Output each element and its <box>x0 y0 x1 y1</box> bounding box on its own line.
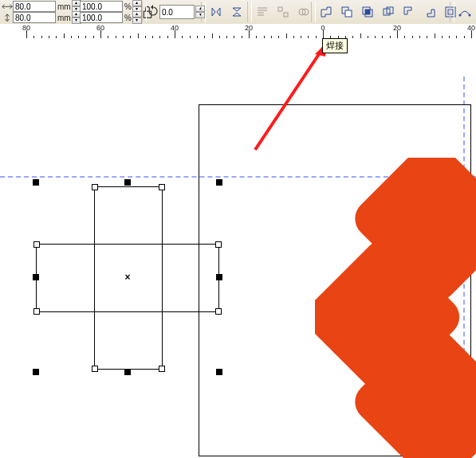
scale-group: % ▴▾ % ▴▾ <box>80 1 142 23</box>
selection-handle[interactable] <box>216 369 222 375</box>
align-distribute-button[interactable] <box>273 2 293 22</box>
height-unit: mm <box>57 14 71 22</box>
svg-rect-1 <box>278 7 282 11</box>
ruler-label: 60 <box>96 24 104 32</box>
page-boundary <box>199 104 471 456</box>
selection-handle[interactable] <box>124 179 131 186</box>
drawing-canvas[interactable]: × <box>0 38 476 458</box>
ruler-label: 20 <box>245 24 253 32</box>
selection-handle[interactable] <box>216 274 222 280</box>
ruler-label: 40 <box>171 24 179 32</box>
wrap-paragraph-button[interactable] <box>253 2 272 22</box>
svg-point-14 <box>459 14 462 17</box>
ruler-label: 80 <box>22 24 30 32</box>
selection-handle[interactable] <box>33 369 39 375</box>
selection-handle[interactable] <box>33 179 39 186</box>
rotation-input[interactable] <box>159 5 195 19</box>
selection-handle[interactable] <box>33 274 39 280</box>
scale-x-unit: % <box>124 2 132 11</box>
width-input[interactable] <box>13 1 56 12</box>
rotation-group: ▴▾ <box>147 1 205 23</box>
ruler-label: 40 <box>467 24 475 32</box>
scale-y-unit: % <box>124 14 132 22</box>
horizontal-ruler[interactable]: // ruler built below after data parse 80… <box>0 24 476 39</box>
scale-x-input[interactable] <box>80 1 123 12</box>
tooltip: 焊接 <box>322 38 348 53</box>
intersect-button[interactable] <box>358 2 377 22</box>
trim-button[interactable] <box>337 2 356 22</box>
width-icon <box>2 2 13 11</box>
width-unit: mm <box>57 2 71 11</box>
property-bar: mm ▴▾ mm ▴▾ % ▴▾ % ▴▾ <box>0 0 476 25</box>
selection-handle[interactable] <box>124 369 131 375</box>
mirror-horizontal-button[interactable] <box>207 2 226 22</box>
selection-handle[interactable] <box>216 179 222 186</box>
back-minus-front-button[interactable] <box>420 2 439 22</box>
weld-button[interactable] <box>317 2 336 22</box>
scale-y-input[interactable] <box>80 12 123 23</box>
ruler-label: 20 <box>393 24 401 32</box>
svg-rect-6 <box>345 10 352 17</box>
svg-rect-9 <box>365 10 370 14</box>
svg-rect-2 <box>284 13 288 17</box>
ruler-label: 0 <box>321 24 325 32</box>
convert-to-curves-button[interactable] <box>455 2 474 22</box>
selection-center-icon: × <box>124 272 130 283</box>
height-input[interactable] <box>13 12 56 23</box>
front-minus-back-button[interactable] <box>399 2 419 22</box>
mirror-vertical-button[interactable] <box>227 2 246 22</box>
rotate-icon <box>147 5 159 19</box>
height-icon <box>2 13 13 22</box>
simplify-button[interactable] <box>379 2 398 22</box>
object-size-group: mm ▴▾ mm ▴▾ <box>2 1 81 23</box>
svg-point-15 <box>469 14 471 17</box>
